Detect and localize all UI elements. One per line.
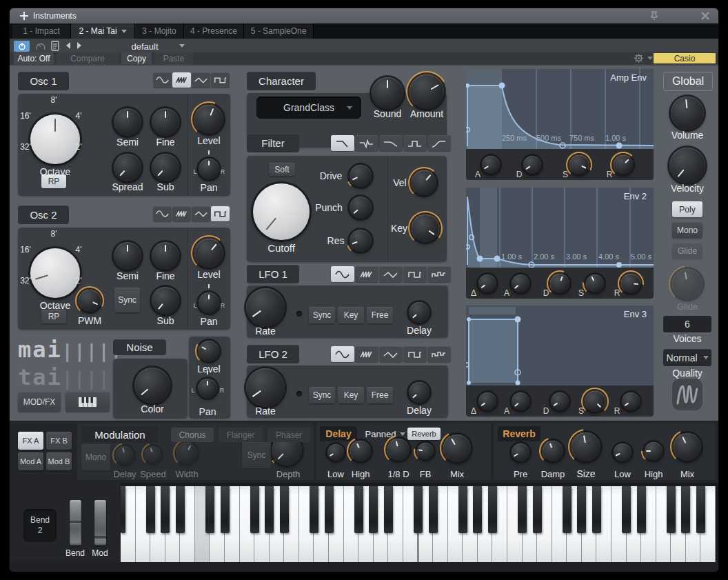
mod-chorus-button[interactable]: Chorus [171, 428, 214, 442]
piano-key-black[interactable] [518, 486, 527, 533]
fx-a-button[interactable]: FX A [18, 432, 43, 450]
global-velocity-knob[interactable] [666, 144, 709, 187]
piano-key-black[interactable] [369, 486, 378, 533]
env2-s-knob[interactable] [583, 271, 607, 296]
osc2-triangle-icon[interactable] [192, 206, 210, 221]
piano-key-black[interactable] [310, 486, 318, 533]
piano-key-black[interactable] [622, 486, 631, 533]
reverb-pre-knob[interactable] [508, 440, 533, 465]
piano-key-black[interactable] [221, 486, 230, 533]
global-mono-button[interactable]: Mono [672, 222, 702, 238]
env3-delta-knob[interactable] [475, 389, 500, 414]
osc1-sine-icon[interactable] [153, 72, 172, 88]
piano-key-black[interactable] [592, 486, 601, 533]
tab-sampleone[interactable]: 5 - SampleOne [244, 23, 314, 39]
filter-lowpass-steep-icon[interactable] [331, 135, 354, 151]
env3-d-knob[interactable] [547, 389, 572, 414]
piano-key-black[interactable] [637, 486, 646, 533]
mod-phaser-button[interactable]: Phaser [267, 428, 310, 442]
reverb-mix-knob[interactable] [670, 430, 705, 464]
osc1-sub-knob[interactable] [148, 150, 183, 185]
osc1-fine-knob[interactable] [148, 105, 183, 139]
tab-dropdown-icon[interactable] [121, 30, 127, 33]
lfo1-sync-button[interactable]: Sync [309, 307, 335, 323]
global-poly-button[interactable]: Poly [672, 201, 702, 217]
lfo2-sine-icon[interactable] [331, 346, 354, 362]
osc1-triangle-icon[interactable] [192, 72, 210, 88]
lfo2-random-icon[interactable] [427, 346, 451, 362]
lfo1-triangle-icon[interactable] [379, 266, 403, 282]
piano-key-black[interactable] [384, 486, 393, 533]
env3-s-knob[interactable] [581, 388, 609, 415]
compare-button[interactable]: Compare [57, 52, 119, 64]
lfo1-free-button[interactable]: Free [367, 307, 393, 323]
osc1-semi-knob[interactable] [110, 105, 145, 139]
mod-wheel[interactable] [94, 500, 106, 546]
filter-soft-button[interactable]: Soft [269, 163, 295, 176]
reverb-high-knob[interactable] [641, 439, 666, 463]
ampenv-d-knob[interactable] [520, 152, 545, 177]
delay-mix-knob[interactable] [440, 431, 474, 466]
title-bar[interactable]: Instruments [10, 8, 718, 24]
piano-key-black[interactable] [533, 486, 542, 533]
lfo2-square-icon[interactable] [403, 346, 427, 362]
tab-mojito[interactable]: 3 - Mojito [135, 23, 184, 39]
lfo1-key-button[interactable]: Key [338, 307, 364, 323]
mod-width-knob[interactable] [173, 439, 201, 467]
character-sound-knob[interactable] [368, 74, 407, 112]
osc2-rp-button[interactable]: RP [41, 310, 66, 323]
character-amount-knob[interactable] [406, 71, 447, 112]
mod-mono-button[interactable]: Mono [81, 444, 110, 470]
osc2-fine-knob[interactable] [148, 239, 183, 273]
env2-a-knob[interactable] [508, 271, 533, 296]
filter-punch-knob[interactable] [346, 193, 375, 222]
filter-key-knob[interactable] [408, 211, 443, 246]
env3-a-knob[interactable] [508, 389, 533, 414]
piano-key-black[interactable] [473, 486, 482, 533]
reverb-damp-knob[interactable] [539, 437, 567, 465]
reverb-size-knob[interactable] [568, 429, 604, 465]
delay-low-knob[interactable] [324, 441, 347, 464]
osc1-square-icon[interactable] [211, 72, 230, 88]
piano-key-black[interactable] [696, 486, 705, 533]
mod-b-button[interactable]: Mod B [46, 452, 72, 470]
piano-key-black[interactable] [265, 486, 274, 533]
reverb-low-knob[interactable] [610, 440, 635, 465]
fx-b-button[interactable]: FX B [46, 432, 72, 450]
osc2-pan-knob[interactable] [195, 289, 223, 317]
gear-icon[interactable] [634, 53, 644, 63]
mod-sync-button[interactable]: Sync [242, 442, 271, 468]
prev-preset-icon[interactable] [65, 42, 72, 49]
lfo2-key-button[interactable]: Key [338, 387, 364, 403]
osc2-square-icon[interactable] [211, 206, 230, 221]
voices-box[interactable]: 6 [663, 316, 711, 332]
character-preset-dropdown[interactable]: GrandClass [256, 97, 361, 119]
osc2-sub-knob[interactable] [148, 283, 183, 318]
osc2-pwm-knob[interactable] [75, 286, 104, 315]
filter-bandpass-icon[interactable] [403, 135, 427, 151]
preset-name[interactable]: default [131, 41, 158, 52]
global-glide-button[interactable]: Glide [672, 243, 702, 259]
piano-key-black[interactable] [354, 486, 363, 533]
auto-button[interactable]: Auto: Off [14, 52, 54, 64]
paste-button[interactable]: Paste [154, 52, 193, 64]
mod-flanger-button[interactable]: Flanger [219, 428, 263, 442]
piano-key-black[interactable] [667, 486, 676, 533]
piano-key-black[interactable] [325, 486, 334, 533]
piano-key-black[interactable] [577, 486, 586, 533]
lfo1-sine-icon[interactable] [331, 266, 354, 282]
piano-key-black[interactable] [161, 486, 170, 533]
osc2-saw-icon[interactable] [172, 206, 191, 221]
global-volume-knob[interactable] [667, 93, 707, 133]
osc1-saw-icon[interactable] [172, 72, 191, 88]
piano-key-black[interactable] [121, 486, 125, 533]
delay-fb-knob[interactable] [414, 439, 437, 463]
osc1-level-knob[interactable] [191, 101, 227, 137]
tab-presence[interactable]: 4 - Presence [184, 23, 244, 39]
piano-key-black[interactable] [250, 486, 259, 533]
noise-pan-knob[interactable] [194, 375, 221, 401]
keyboard-toggle-button[interactable] [65, 392, 110, 412]
ampenv-s-knob[interactable] [566, 152, 592, 178]
close-icon[interactable] [700, 11, 710, 21]
gear-dropdown-icon[interactable] [647, 57, 653, 60]
